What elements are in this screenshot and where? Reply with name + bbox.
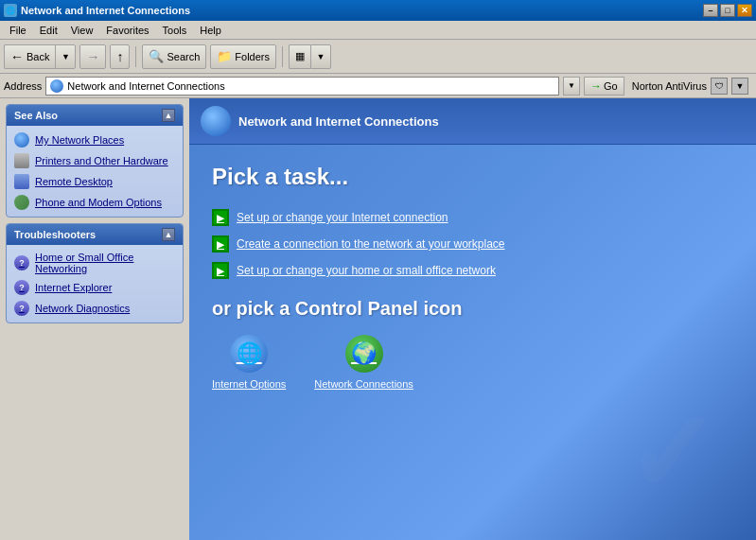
up-icon: ↑ (116, 49, 123, 64)
task-link-0[interactable]: ▶ Set up or change your Internet connect… (212, 209, 733, 226)
sidebar-item-my-network-places[interactable]: My Network Places (9, 130, 181, 150)
app-icon: 🌐 (4, 4, 17, 17)
close-button[interactable]: ✕ (737, 4, 752, 17)
address-bar: Address ▼ → Go Norton AntiVirus 🛡 ▼ (0, 74, 756, 98)
folders-button[interactable]: 📁 Folders (210, 44, 276, 69)
norton-menu-icon[interactable]: ▼ (731, 78, 748, 95)
go-button[interactable]: → Go (584, 77, 624, 96)
forward-arrow-icon: → (86, 49, 99, 64)
address-input[interactable] (67, 80, 554, 92)
see-also-collapse-button[interactable]: ▲ (162, 109, 175, 122)
sidebar-item-label-internet-explorer: Internet Explorer (35, 282, 112, 293)
back-arrow-icon: ← (10, 49, 24, 64)
cp-icon-label-network: Network Connections (314, 378, 413, 390)
sidebar-item-label-printers: Printers and Other Hardware (35, 155, 168, 166)
menu-file[interactable]: File (4, 23, 32, 38)
sidebar-item-label-network-diagnostics: Network Diagnostics (35, 303, 130, 314)
content-header-icon (201, 106, 231, 136)
watermark: ✓ (624, 389, 737, 502)
network-diagnostics-help-icon: ? (14, 301, 29, 316)
troubleshooters-header[interactable]: Troubleshooters ▲ (7, 224, 183, 245)
cp-icon-network-connections[interactable]: 🌍 Network Connections (314, 335, 413, 390)
task-arrow-2: ▶ (212, 262, 229, 279)
troubleshooters-collapse-button[interactable]: ▲ (162, 228, 175, 241)
sidebar-item-network-diagnostics[interactable]: ? Network Diagnostics (9, 298, 181, 319)
sidebar-item-label-home-networking: Home or Small Office Networking (35, 252, 175, 274)
sidebar-item-internet-explorer[interactable]: ? Internet Explorer (9, 277, 181, 298)
folders-label: Folders (235, 51, 270, 62)
network-connections-icon: 🌍 (345, 335, 383, 373)
go-label: Go (604, 80, 618, 92)
back-button[interactable]: ← Back (4, 44, 55, 69)
home-networking-help-icon: ? (14, 255, 29, 270)
cp-icon-internet-options[interactable]: 🌐 Internet Options (212, 335, 286, 390)
title-bar: 🌐 Network and Internet Connections – □ ✕ (0, 0, 756, 21)
address-input-wrap (45, 77, 559, 96)
content-panel: ✓ Network and Internet Connections Pick … (189, 98, 756, 540)
maximize-button[interactable]: □ (720, 4, 735, 17)
see-also-items: My Network Places Printers and Other Har… (7, 126, 183, 217)
remote-desktop-icon (14, 174, 29, 189)
task-label-2: Set up or change your home or small offi… (237, 264, 496, 277)
norton-label: Norton AntiVirus (632, 80, 707, 92)
back-group: ← Back ▼ (4, 44, 76, 69)
views-button[interactable]: ▦ (289, 44, 310, 69)
address-location-icon (50, 79, 63, 93)
phone-modem-icon (14, 195, 29, 210)
see-also-title: See Also (14, 110, 58, 121)
title-bar-left: 🌐 Network and Internet Connections (4, 4, 190, 17)
troubleshooters-title: Troubleshooters (14, 229, 96, 240)
network-places-icon (14, 132, 29, 148)
menu-edit[interactable]: Edit (34, 23, 63, 38)
menu-help[interactable]: Help (194, 23, 227, 38)
task-arrow-1: ▶ (212, 235, 229, 253)
pick-task-title: Pick a task... (212, 164, 733, 190)
watermark-checkmark: ✓ (624, 389, 737, 520)
sidebar-item-home-networking[interactable]: ? Home or Small Office Networking (9, 249, 181, 277)
address-label: Address (4, 80, 42, 92)
task-link-2[interactable]: ▶ Set up or change your home or small of… (212, 262, 733, 279)
back-dropdown-button[interactable]: ▼ (55, 44, 76, 69)
folders-icon: 📁 (217, 49, 232, 63)
see-also-header[interactable]: See Also ▲ (7, 105, 183, 126)
views-group: ▦ ▼ (289, 44, 331, 69)
toolbar: ← Back ▼ → ↑ 🔍 Search 📁 Folders ▦ ▼ (0, 40, 756, 74)
menu-tools[interactable]: Tools (157, 23, 193, 38)
sidebar-item-printers[interactable]: Printers and Other Hardware (9, 150, 181, 171)
menu-view[interactable]: View (65, 23, 99, 38)
task-label-1: Create a connection to the network at yo… (237, 237, 505, 251)
up-button[interactable]: ↑ (110, 44, 130, 69)
task-label-0: Set up or change your Internet connectio… (237, 211, 448, 224)
address-dropdown-button[interactable]: ▼ (563, 77, 580, 96)
forward-button[interactable]: → (79, 44, 106, 69)
content-header: Network and Internet Connections (189, 98, 756, 145)
internet-explorer-help-icon: ? (14, 280, 29, 295)
menu-favorites[interactable]: Favorites (100, 23, 154, 38)
internet-options-icon: 🌐 (230, 335, 268, 373)
title-bar-text: Network and Internet Connections (21, 5, 190, 16)
views-dropdown-button[interactable]: ▼ (310, 44, 331, 69)
task-link-1[interactable]: ▶ Create a connection to the network at … (212, 235, 733, 253)
search-label: Search (167, 51, 200, 62)
control-panel-icons: 🌐 Internet Options 🌍 Network Connections (212, 335, 733, 390)
minimize-button[interactable]: – (703, 4, 718, 17)
task-arrow-0: ▶ (212, 209, 229, 226)
norton-area: Norton AntiVirus 🛡 ▼ (628, 78, 752, 95)
content-body: Pick a task... ▶ Set up or change your I… (189, 145, 756, 409)
go-arrow-icon: → (590, 79, 602, 93)
troubleshooters-section: Troubleshooters ▲ ? Home or Small Office… (6, 223, 184, 323)
content-header-title: Network and Internet Connections (238, 114, 439, 129)
sidebar-item-phone-modem[interactable]: Phone and Modem Options (9, 192, 181, 213)
see-also-section: See Also ▲ My Network Places Printers an… (6, 104, 184, 218)
back-label: Back (26, 51, 49, 62)
toolbar-separator-2 (282, 46, 283, 67)
sidebar: See Also ▲ My Network Places Printers an… (0, 98, 189, 540)
search-button[interactable]: 🔍 Search (142, 44, 206, 69)
menu-bar: File Edit View Favorites Tools Help (0, 21, 756, 40)
sidebar-item-label-phone-modem: Phone and Modem Options (35, 197, 162, 208)
sidebar-item-remote-desktop[interactable]: Remote Desktop (9, 171, 181, 192)
title-bar-buttons: – □ ✕ (703, 4, 752, 17)
toolbar-separator-1 (135, 46, 136, 67)
cp-icon-label-internet: Internet Options (212, 378, 286, 390)
main-area: See Also ▲ My Network Places Printers an… (0, 98, 756, 540)
